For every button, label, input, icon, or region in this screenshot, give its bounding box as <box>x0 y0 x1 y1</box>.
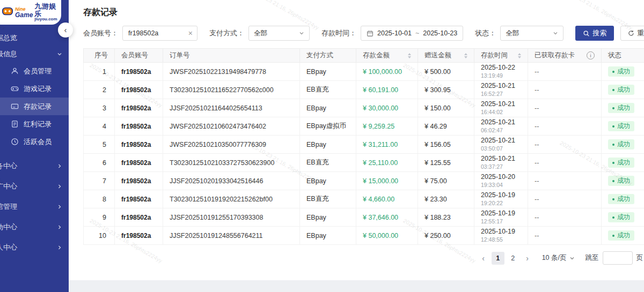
cell-deposit-card: -- <box>528 99 602 117</box>
cell-bonus-amount: ¥ 46.29 <box>418 117 474 136</box>
sidebar-item-label: 动中心 <box>0 222 17 232</box>
status-badge: 成功 <box>608 194 634 205</box>
sidebar-item-label: 据总览 <box>0 33 17 43</box>
column-label: 存款时间 <box>481 51 508 60</box>
account-input[interactable] <box>127 29 183 38</box>
sidebar-item-label: 会员管理 <box>24 66 52 76</box>
cell-index: 8 <box>84 190 115 208</box>
date-start: 2025-10-01 <box>377 29 412 37</box>
cell-order-no: JJSF202510191248556764211 <box>163 227 300 245</box>
cell-account: fr198502a <box>115 172 163 190</box>
date-range-picker[interactable]: 2025-10-01 ~ 2025-10-23 <box>361 26 463 41</box>
sidebar-item[interactable]: 游戏记录 <box>0 80 69 98</box>
search-icon <box>583 30 590 37</box>
logo[interactable]: Nine Game 九游娱乐 jiuyou.com <box>0 0 61 25</box>
chevron-down-icon <box>57 51 69 57</box>
sidebar-item[interactable]: 活跃会员 <box>0 133 69 151</box>
cell-deposit-amount: ¥ 50,000.00 <box>356 227 418 245</box>
status-select-value: 全部 <box>506 29 519 38</box>
cell-order-no: JWSF202510210602473476402 <box>163 117 300 136</box>
status-select[interactable]: 全部 <box>500 26 564 41</box>
cell-payment-method: EBpay <box>300 172 356 190</box>
next-page-button[interactable]: › <box>522 252 533 265</box>
sidebar-item-label: 级信息 <box>0 49 17 59</box>
cell-account: fr198502a <box>115 99 163 117</box>
sidebar-item[interactable]: 务中心 <box>0 156 69 176</box>
cell-payment-method: EB直充 <box>300 190 356 208</box>
search-button[interactable]: 搜索 <box>575 26 614 41</box>
jump-unit: 页 <box>636 253 643 263</box>
cell-deposit-amount: ¥ 4,660.00 <box>356 190 418 208</box>
sort-icon[interactable] <box>518 53 521 58</box>
user-icon <box>11 67 19 75</box>
reset-button-label: 重置 <box>637 28 644 38</box>
column-header: 支付方式 <box>300 49 356 63</box>
cell-status: 成功 <box>602 208 644 227</box>
page-number-button[interactable]: 2 <box>507 252 519 265</box>
cell-deposit-time: 2025-10-2116:44:02 <box>474 99 528 117</box>
cell-bonus-amount: ¥ 156.05 <box>418 136 474 154</box>
deposit-table: 序号会员账号订单号支付方式存款金额赠送金额存款时间已获取存款卡i状态 1fr19… <box>83 48 644 245</box>
sidebar-collapse-button[interactable]: ‹ <box>58 23 73 38</box>
clear-icon[interactable]: × <box>188 29 193 37</box>
column-label: 赠送金额 <box>425 51 451 60</box>
chevron-right-icon <box>57 224 69 230</box>
cell-deposit-card: -- <box>528 208 602 227</box>
cell-deposit-time: 2025-10-1912:55:17 <box>474 208 528 227</box>
chevron-down-icon <box>299 31 304 36</box>
cell-index: 10 <box>84 227 115 245</box>
cell-index: 5 <box>84 136 115 154</box>
filter-bar: 会员账号： × 支付方式： 全部 存款时间： 2025-10-01 ~ 2025… <box>83 26 644 41</box>
sort-icon[interactable] <box>408 53 411 58</box>
sidebar-item[interactable]: 动中心 <box>0 217 69 237</box>
sidebar-item[interactable]: 存款记录 <box>0 98 69 115</box>
cell-account: fr198502a <box>115 136 163 154</box>
cell-account: fr198502a <box>115 190 163 208</box>
cell-index: 4 <box>84 117 115 136</box>
sort-icon[interactable] <box>464 53 467 58</box>
column-header: 状态 <box>602 49 644 63</box>
column-header: 订单号 <box>163 49 300 63</box>
cell-deposit-card: -- <box>528 154 602 172</box>
page-number-button[interactable]: 1 <box>492 252 504 265</box>
sidebar-item[interactable]: 广中心 <box>0 176 69 197</box>
cell-deposit-card: -- <box>528 81 602 99</box>
cell-deposit-time: 2025-10-1919:20:22 <box>474 190 528 208</box>
chevron-down-icon <box>569 256 575 261</box>
cell-index: 6 <box>84 154 115 172</box>
logo-mark-icon <box>2 5 13 19</box>
column-label: 支付方式 <box>306 51 333 60</box>
prev-page-button[interactable]: ‹ <box>478 252 489 265</box>
sidebar-item[interactable]: 馆管理 <box>0 197 69 217</box>
cell-status: 成功 <box>602 63 644 81</box>
reset-button[interactable]: 重置 <box>620 26 644 41</box>
jump-page-input[interactable] <box>603 251 633 265</box>
sidebar-item[interactable]: 级信息 <box>0 46 69 62</box>
info-icon[interactable]: i <box>587 51 595 59</box>
sidebar-item[interactable]: 红利记录 <box>0 115 69 133</box>
status-badge: 成功 <box>608 230 634 241</box>
cell-payment-method: EB直充 <box>300 81 356 99</box>
column-label: 状态 <box>608 51 621 60</box>
main-content: 存款记录 会员账号： × 支付方式： 全部 存款时间： 2025-10-01 ~… <box>69 0 644 280</box>
sidebar-item[interactable]: 会员管理 <box>0 62 69 80</box>
sidebar-menu: 据总览级信息会员管理游戏记录存款记录红利记录活跃会员务中心广中心馆管理动中心人中… <box>0 0 69 258</box>
account-input-box: × <box>122 26 197 41</box>
cell-deposit-time: 2025-10-2103:37:27 <box>474 154 528 172</box>
cell-deposit-card: -- <box>528 172 602 190</box>
jump-to-page: 跳至 页 <box>586 251 643 265</box>
table-row: 2fr198502aT30230125102116522770562c000EB… <box>84 81 644 99</box>
sidebar-item[interactable]: 人中心 <box>0 237 69 258</box>
cell-bonus-amount: ¥ 125.55 <box>418 154 474 172</box>
cell-index: 3 <box>84 99 115 117</box>
payment-select[interactable]: 全部 <box>248 26 310 41</box>
logo-brand-cn: 九游娱乐 <box>34 3 61 17</box>
cell-deposit-time: 2025-10-1912:48:55 <box>474 227 528 245</box>
page-size-select[interactable]: 10 条/页 <box>542 253 575 263</box>
column-header: 已获取存款卡i <box>528 49 602 63</box>
status-badge: 成功 <box>608 66 634 77</box>
cell-bonus-amount: ¥ 75.00 <box>418 172 474 190</box>
status-badge: 成功 <box>608 158 634 168</box>
cell-order-no: JJSF202510211644025654113 <box>163 99 300 117</box>
cell-index: 2 <box>84 81 115 99</box>
